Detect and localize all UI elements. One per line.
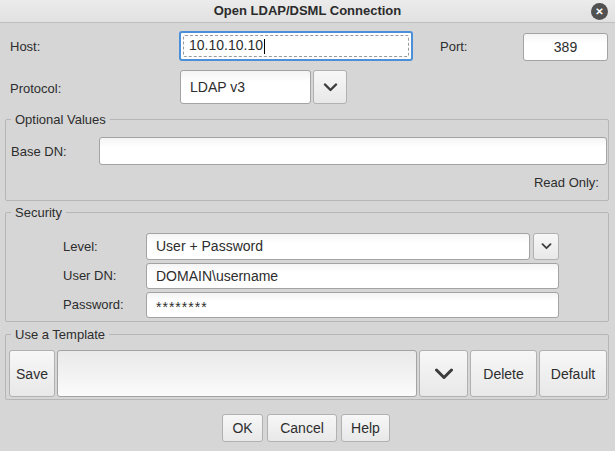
cancel-button-label: Cancel (280, 420, 324, 436)
default-button[interactable]: Default (539, 350, 607, 397)
close-icon: ✕ (595, 6, 603, 17)
protocol-combo-value[interactable]: LDAP v3 (180, 70, 311, 104)
delete-button-label: Delete (483, 366, 523, 382)
template-dropdown-button[interactable] (419, 350, 468, 397)
base-dn-label: Base DN: (11, 143, 67, 160)
chevron-down-icon (434, 368, 454, 380)
chevron-down-icon (323, 83, 338, 92)
help-button-label: Help (351, 420, 380, 436)
host-label: Host: (10, 38, 40, 55)
titlebar: Open LDAP/DSML Connection ✕ (0, 0, 615, 23)
base-dn-input[interactable] (99, 137, 607, 165)
protocol-label: Protocol: (10, 80, 61, 97)
port-input[interactable]: 389 (523, 33, 608, 61)
password-input[interactable]: ******** (146, 292, 559, 318)
save-button[interactable]: Save (9, 350, 55, 397)
optional-values-group: Optional Values Base DN: Read Only: (5, 119, 609, 201)
open-ldap-connection-dialog: Open LDAP/DSML Connection ✕ Host: 10.10.… (0, 0, 615, 451)
user-dn-label: User DN: (63, 267, 116, 284)
delete-button[interactable]: Delete (470, 350, 537, 397)
user-dn-input[interactable]: DOMAIN\username (146, 263, 559, 289)
security-level-dropdown-button[interactable] (533, 233, 559, 260)
ok-button-label: OK (232, 420, 252, 436)
protocol-dropdown-button[interactable] (313, 70, 347, 104)
host-input[interactable]: 10.10.10.10 (179, 31, 413, 61)
read-only-label: Read Only: (534, 174, 599, 191)
password-label: Password: (63, 296, 124, 313)
save-button-label: Save (16, 366, 48, 382)
template-combo-value[interactable] (57, 350, 417, 397)
text-cursor (264, 39, 265, 54)
help-button[interactable]: Help (341, 414, 390, 442)
ok-button[interactable]: OK (222, 414, 263, 442)
dialog-title: Open LDAP/DSML Connection (0, 0, 615, 22)
host-value: 10.10.10.10 (189, 37, 263, 53)
security-group: Security Level: User + Password User DN:… (5, 212, 609, 322)
default-button-label: Default (551, 366, 595, 382)
cancel-button[interactable]: Cancel (267, 414, 337, 442)
security-level-combo-value[interactable]: User + Password (146, 233, 530, 260)
template-title: Use a Template (11, 326, 109, 343)
template-group: Use a Template Save Delete Default (5, 334, 609, 400)
level-label: Level: (63, 238, 98, 255)
optional-values-title: Optional Values (11, 111, 110, 128)
security-title: Security (11, 204, 66, 221)
close-button[interactable]: ✕ (591, 3, 608, 20)
chevron-down-icon (541, 243, 552, 250)
port-label: Port: (440, 38, 467, 55)
